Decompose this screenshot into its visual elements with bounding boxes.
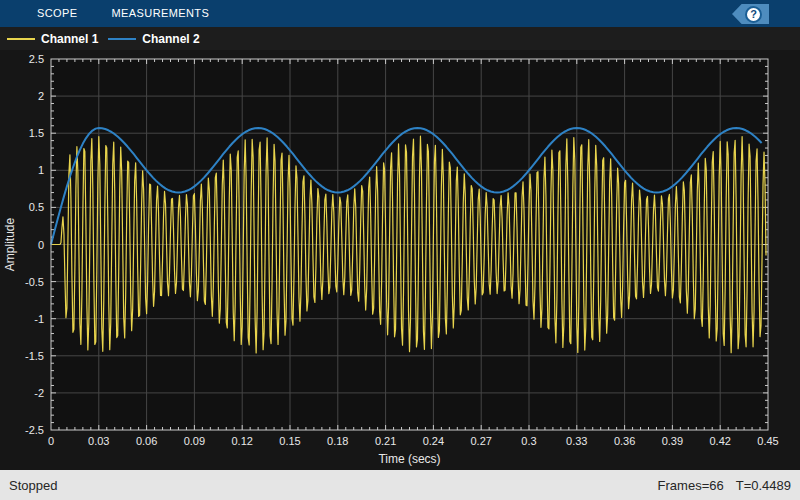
svg-text:0: 0 (38, 239, 44, 251)
x-axis-label: Time (secs) (378, 452, 440, 466)
scope-window: SCOPE MEASUREMENTS ? Channel 1 Channel 2… (0, 0, 800, 500)
svg-text:1.5: 1.5 (29, 127, 44, 139)
svg-text:0.3: 0.3 (521, 435, 536, 447)
svg-text:2: 2 (38, 90, 44, 102)
frames-counter: Frames=66 (658, 478, 724, 493)
channel2-line-swatch (108, 38, 136, 40)
svg-text:-1: -1 (34, 313, 44, 325)
svg-text:0.18: 0.18 (327, 435, 348, 447)
svg-text:0.21: 0.21 (375, 435, 396, 447)
svg-text:0.33: 0.33 (566, 435, 587, 447)
svg-text:0.5: 0.5 (29, 201, 44, 213)
svg-text:-2: -2 (34, 387, 44, 399)
svg-text:2.5: 2.5 (29, 53, 44, 65)
toolstrip: SCOPE MEASUREMENTS ? (0, 0, 800, 27)
y-axis-label: Amplitude (3, 218, 17, 272)
help-icon: ? (745, 6, 762, 23)
channel1-line-swatch (7, 38, 35, 40)
channel2-label: Channel 2 (142, 32, 199, 46)
svg-text:0.39: 0.39 (662, 435, 683, 447)
channel1-label: Channel 1 (41, 32, 98, 46)
status-bar: Stopped Frames=66 T=0.4489 (0, 470, 800, 500)
svg-text:0.27: 0.27 (470, 435, 491, 447)
status-text: Stopped (9, 478, 57, 493)
svg-text:0.24: 0.24 (423, 435, 444, 447)
svg-text:0.03: 0.03 (88, 435, 109, 447)
plot-canvas: 00.030.060.090.120.150.180.210.240.270.3… (0, 50, 800, 470)
svg-text:-0.5: -0.5 (25, 276, 44, 288)
svg-text:0.06: 0.06 (136, 435, 157, 447)
scope-plot[interactable]: 00.030.060.090.120.150.180.210.240.270.3… (0, 50, 800, 470)
svg-text:0.15: 0.15 (279, 435, 300, 447)
legend-item-channel1[interactable]: Channel 1 (7, 32, 98, 46)
svg-text:0: 0 (48, 435, 54, 447)
tab-measurements[interactable]: MEASUREMENTS (95, 0, 227, 27)
svg-text:-1.5: -1.5 (25, 350, 44, 362)
svg-text:0.09: 0.09 (184, 435, 205, 447)
svg-text:-2.5: -2.5 (25, 424, 44, 436)
svg-text:0.36: 0.36 (614, 435, 635, 447)
legend: Channel 1 Channel 2 (0, 27, 800, 50)
svg-text:1: 1 (38, 164, 44, 176)
time-counter: T=0.4489 (736, 478, 791, 493)
svg-text:0.42: 0.42 (709, 435, 730, 447)
svg-text:0.12: 0.12 (231, 435, 252, 447)
tab-scope[interactable]: SCOPE (20, 0, 95, 27)
svg-text:0.45: 0.45 (757, 435, 778, 447)
help-button[interactable]: ? (732, 4, 769, 24)
legend-item-channel2[interactable]: Channel 2 (108, 32, 199, 46)
